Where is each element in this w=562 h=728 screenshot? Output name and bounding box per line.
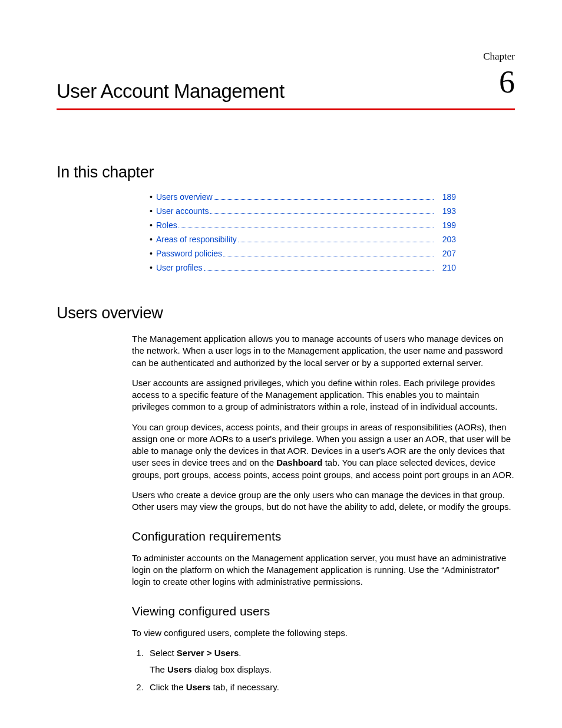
body-paragraph: User accounts are assigned privileges, w… (132, 377, 515, 413)
step-item: Select Server > Users. The Users dialog … (146, 647, 515, 676)
toc-item: • User profiles 210 (150, 263, 456, 272)
text-run: tab, if necessary. (210, 682, 279, 692)
toc-link-user-profiles[interactable]: User profiles (156, 263, 203, 272)
heading-viewing-configured-users: Viewing configured users (132, 603, 515, 620)
text-run: . (239, 648, 241, 658)
heading-users-overview: Users overview (57, 304, 515, 322)
text-run: dialog box displays. (192, 664, 272, 674)
toc-item: • Password policies 207 (150, 249, 456, 258)
step-item: Click the Users tab, if necessary. (146, 681, 515, 693)
bold-text: Users (167, 664, 192, 674)
toc-link-roles[interactable]: Roles (156, 220, 177, 230)
bullet-icon: • (150, 235, 153, 244)
body-paragraph: To administer accounts on the Management… (132, 552, 515, 588)
toc-page-number[interactable]: 207 (436, 249, 456, 258)
chapter-number: 6 (499, 64, 515, 100)
toc-page-number[interactable]: 199 (436, 220, 456, 230)
toc-page-number[interactable]: 193 (436, 206, 456, 216)
chapter-title: User Account Management (57, 80, 515, 103)
toc-link-password-policies[interactable]: Password policies (156, 249, 222, 258)
text-run: Select (150, 648, 177, 658)
toc-item: • Roles 199 (150, 220, 456, 230)
red-divider (57, 108, 515, 110)
toc-leader-dots (178, 228, 434, 228)
toc-page-number[interactable]: 203 (436, 235, 456, 244)
bullet-icon: • (150, 206, 153, 216)
toc-page-number[interactable]: 210 (436, 263, 456, 272)
toc-leader-dots (223, 256, 434, 256)
body-paragraph: The Management application allows you to… (132, 333, 515, 369)
bullet-icon: • (150, 192, 153, 202)
bold-text: Users (186, 682, 211, 692)
bold-text: Dashboard (276, 457, 322, 467)
toc-link-user-accounts[interactable]: User accounts (156, 206, 209, 216)
toc-leader-dots (214, 199, 434, 200)
bullet-icon: • (150, 220, 153, 230)
body-paragraph: You can group devices, access points, an… (132, 421, 515, 481)
toc-item: • Users overview 189 (150, 192, 456, 202)
toc-leader-dots (238, 242, 434, 242)
toc-link-users-overview[interactable]: Users overview (156, 192, 213, 202)
step-subtext: The Users dialog box displays. (150, 664, 515, 676)
chapter-label: Chapter (483, 51, 515, 62)
toc-leader-dots (210, 213, 434, 214)
overview-body: The Management application allows you to… (132, 333, 515, 694)
text-run: The (150, 664, 167, 674)
heading-in-this-chapter: In this chapter (57, 163, 515, 182)
bold-text: Server > Users (177, 648, 239, 658)
body-paragraph: To view configured users, complete the f… (132, 627, 515, 639)
toc-link-areas-of-responsibility[interactable]: Areas of responsibility (156, 235, 237, 244)
toc-page-number[interactable]: 189 (436, 192, 456, 202)
text-run: Click the (150, 682, 186, 692)
toc-leader-dots (204, 270, 434, 271)
toc-item: • Areas of responsibility 203 (150, 235, 456, 244)
toc-item: • User accounts 193 (150, 206, 456, 216)
heading-configuration-requirements: Configuration requirements (132, 528, 515, 545)
steps-list: Select Server > Users. The Users dialog … (146, 647, 515, 694)
toc-list: • Users overview 189 • User accounts 193… (150, 192, 456, 272)
bullet-icon: • (150, 263, 153, 272)
bullet-icon: • (150, 249, 153, 258)
body-paragraph: Users who create a device group are the … (132, 489, 515, 513)
